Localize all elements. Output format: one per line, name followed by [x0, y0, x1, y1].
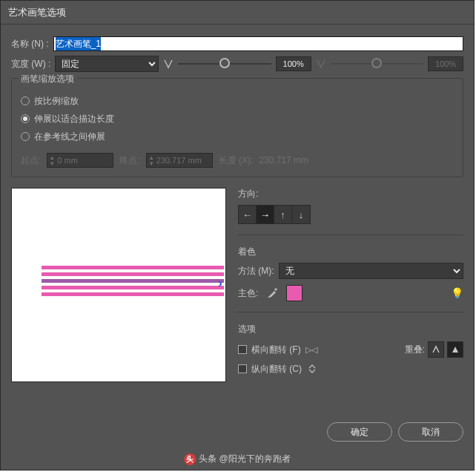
ok-button[interactable]: 确定 — [327, 422, 392, 442]
width-slider-right — [331, 56, 423, 72]
flip-v-checkbox[interactable] — [238, 364, 247, 373]
radio-icon — [21, 96, 30, 105]
overlap-label: 重叠: — [405, 344, 425, 356]
width-pct-left[interactable]: 100% — [276, 56, 311, 71]
width-pct-right: 100% — [428, 56, 463, 71]
start-field: ▴▾0 mm — [47, 153, 113, 168]
flip-h-checkbox[interactable] — [238, 345, 247, 354]
radio-label: 按比例缩放 — [34, 95, 79, 108]
scale-legend: 画笔缩放选项 — [18, 73, 77, 85]
watermark: 头 头条 @阳光下的奔跑者 — [184, 453, 291, 465]
end-field: ▴▾230.717 mm — [146, 153, 213, 168]
width-slider-left[interactable] — [178, 56, 271, 72]
length-label: 长度 (X): — [219, 154, 254, 167]
scale-options-fieldset: 画笔缩放选项 按比例缩放 伸展以适合描边长度 在参考线之间伸展 起点: ▴▾0 … — [11, 78, 463, 177]
start-label: 起点: — [21, 154, 41, 167]
length-value: 230.717 mm — [259, 155, 308, 165]
scale-radio-stretch[interactable]: 伸展以适合描边长度 — [21, 110, 454, 128]
dialog-title: 艺术画笔选项 — [8, 7, 66, 18]
flip-h-icon: ▷◁ — [305, 344, 317, 355]
radio-label: 伸展以适合描边长度 — [34, 113, 114, 125]
direction-header: 方向: — [238, 188, 463, 200]
width-label: 宽度 (W) : — [11, 58, 50, 71]
name-row: 名称 (N) : 艺术画笔_1 — [11, 36, 463, 51]
dialog-footer: 确定 取消 — [327, 422, 463, 442]
flip-marker-left-icon — [163, 59, 173, 69]
coloring-header: 着色 — [238, 246, 463, 258]
options-header: 选项 — [238, 323, 463, 335]
width-row: 宽度 (W) : 固定 100% — [11, 56, 463, 72]
cancel-button[interactable]: 取消 — [398, 422, 463, 442]
method-label: 方法 (M): — [238, 265, 274, 278]
direction-right-button[interactable]: → — [257, 206, 274, 223]
direction-section: 方向: ← → ↑ ↓ — [238, 188, 463, 224]
flip-h-label: 横向翻转 (F) — [251, 344, 301, 356]
key-color-label: 主色: — [238, 287, 258, 300]
name-input[interactable]: 艺术画笔_1 — [53, 36, 463, 51]
radio-icon — [21, 132, 30, 141]
key-color-swatch[interactable] — [286, 285, 303, 301]
flip-v-label: 纵向翻转 (C) — [251, 363, 302, 376]
direction-up-button[interactable]: ↑ — [274, 206, 292, 223]
radio-icon — [21, 114, 30, 123]
end-label: 终点: — [119, 154, 139, 167]
scale-radio-guides[interactable]: 在参考线之间伸展 — [21, 128, 454, 145]
overlap-mode-b-button[interactable] — [447, 341, 463, 358]
eyedropper-icon[interactable] — [265, 286, 279, 300]
art-brush-options-dialog: 艺术画笔选项 名称 (N) : 艺术画笔_1 宽度 (W) : 固定 — [0, 0, 475, 471]
tips-bulb-icon[interactable]: 💡 — [451, 287, 463, 299]
coloring-method-select[interactable]: 无 — [279, 263, 463, 279]
direction-down-button[interactable]: ↓ — [292, 206, 310, 223]
direction-left-button[interactable]: ← — [239, 206, 257, 223]
overlap-mode-a-button[interactable] — [428, 341, 444, 358]
direction-buttons: ← → ↑ ↓ — [238, 205, 311, 224]
name-value-selected: 艺术画笔_1 — [56, 37, 101, 50]
width-mode-select[interactable]: 固定 — [55, 56, 159, 72]
coloring-section: 着色 方法 (M): 无 主色: 💡 — [238, 246, 463, 301]
flip-marker-right-icon — [316, 59, 326, 69]
name-label: 名称 (N) : — [11, 38, 49, 50]
direction-arrow-icon: › — [218, 275, 222, 291]
watermark-logo-icon: 头 — [184, 453, 196, 465]
guide-fields: 起点: ▴▾0 mm 终点: ▴▾230.717 mm 长度 (X): 230.… — [21, 153, 454, 168]
dialog-titlebar[interactable]: 艺术画笔选项 — [1, 1, 474, 24]
options-section: 选项 横向翻转 (F) ▷◁ 重叠: — [238, 323, 463, 378]
brush-preview: › — [11, 188, 226, 382]
radio-label: 在参考线之间伸展 — [34, 131, 105, 143]
flip-v-icon — [306, 363, 318, 375]
scale-radio-proportional[interactable]: 按比例缩放 — [21, 92, 454, 110]
watermark-text: 头条 @阳光下的奔跑者 — [199, 453, 291, 465]
